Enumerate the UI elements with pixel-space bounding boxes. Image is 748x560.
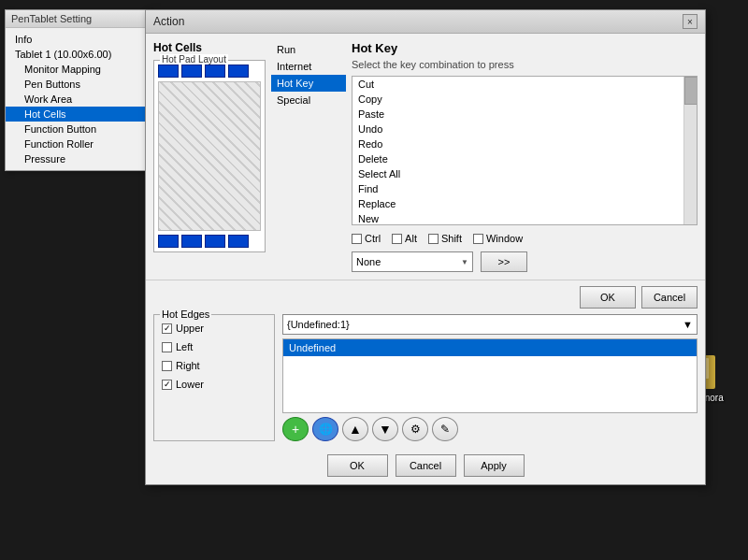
hot-cells-title: Hot Cells	[153, 41, 266, 54]
key-list-scrollbar[interactable]	[683, 77, 697, 224]
scrollbar-thumb	[684, 77, 698, 105]
nav-item-pressure[interactable]: Pressure	[6, 151, 149, 166]
dropdown-arrow-icon: ▼	[461, 258, 468, 266]
hotkey-panel: Hot Key Select the key combination to pr…	[352, 41, 698, 272]
modifier-window[interactable]: Window	[473, 233, 523, 244]
move-down-button[interactable]: ▼	[372, 417, 398, 441]
action-dialog: Action × Hot Cells Hot Pad Layout	[145, 9, 706, 485]
lower-checkbox[interactable]	[162, 380, 172, 390]
nav-item-pen-buttons[interactable]: Pen Buttons	[6, 77, 149, 92]
key-delete[interactable]: Delete	[352, 151, 683, 166]
action-type-hotkey[interactable]: Hot Key	[271, 75, 346, 92]
undefined-panel: {Undefined:1} ▼ Undefined + 🌐 ▲ ▼ ⚙ ✎	[282, 314, 698, 441]
ctrl-checkbox[interactable]	[352, 234, 362, 244]
edit-button[interactable]: ✎	[432, 417, 458, 441]
shift-checkbox[interactable]	[428, 234, 439, 244]
hot-cell-8[interactable]	[228, 235, 249, 248]
main-bottom-buttons: OK Cancel Apply	[146, 449, 705, 484]
action-type-special[interactable]: Special	[271, 92, 346, 108]
nav-item-work-area[interactable]: Work Area	[6, 92, 149, 107]
key-paste[interactable]: Paste	[352, 107, 683, 122]
add-button[interactable]: +	[282, 417, 309, 441]
key-redo[interactable]: Redo	[352, 136, 683, 151]
window-checkbox[interactable]	[473, 234, 483, 244]
nav-item-monitor-mapping[interactable]: Monitor Mapping	[6, 62, 149, 77]
key-new[interactable]: New	[352, 211, 683, 225]
shift-label: Shift	[441, 233, 462, 244]
key-list-container[interactable]: Cut Copy Paste Undo Redo Delete Select A…	[352, 76, 698, 225]
pentablet-title: PenTablet Setting	[11, 13, 92, 24]
undefined-list-item-0[interactable]: Undefined	[283, 339, 697, 356]
left-label: Left	[176, 341, 193, 352]
hotkey-title: Hot Key	[352, 41, 698, 55]
hot-pad-legend: Hot Pad Layout	[160, 54, 228, 65]
dropdown-value: None	[356, 256, 381, 267]
hot-edges-panel: Hot Edges Upper Left Right Lower	[153, 314, 275, 441]
pentablet-titlebar: PenTablet Setting	[6, 10, 149, 28]
nav-item-info[interactable]: Info	[6, 32, 149, 47]
dialog-buttons: OK Cancel	[146, 280, 705, 314]
key-select-all[interactable]: Select All	[352, 166, 683, 181]
key-copy[interactable]: Copy	[352, 92, 683, 107]
action-type-run[interactable]: Run	[271, 41, 346, 58]
key-find[interactable]: Find	[352, 181, 683, 196]
nav-item-function-button[interactable]: Function Button	[6, 122, 149, 136]
hot-cell-4[interactable]	[228, 65, 249, 78]
nav-item-tablet[interactable]: Tablet 1 (10.00x6.00)	[6, 47, 149, 62]
modifier-shift[interactable]: Shift	[428, 233, 462, 244]
edge-left[interactable]: Left	[162, 337, 266, 356]
action-dialog-title: Action	[153, 15, 184, 28]
nav-item-hot-cells[interactable]: Hot Cells	[6, 107, 149, 122]
action-type-internet[interactable]: Internet	[271, 58, 346, 75]
edge-lower[interactable]: Lower	[162, 375, 266, 394]
ctrl-label: Ctrl	[365, 233, 381, 244]
hot-cell-2[interactable]	[181, 65, 202, 78]
modifier-ctrl[interactable]: Ctrl	[352, 233, 381, 244]
action-type-panel: Run Internet Hot Key Special	[271, 41, 346, 272]
hotkey-subtitle: Select the key combination to press	[352, 59, 698, 70]
web-button[interactable]: 🌐	[312, 417, 338, 441]
hot-edges-legend: Hot Edges	[160, 309, 211, 320]
alt-label: Alt	[405, 233, 417, 244]
hot-pad-top-row	[158, 65, 261, 78]
dropdown-row: None ▼ >>	[352, 251, 698, 272]
main-ok-button[interactable]: OK	[327, 454, 388, 477]
main-cancel-button[interactable]: Cancel	[396, 454, 456, 477]
upper-checkbox[interactable]	[162, 323, 172, 334]
alt-checkbox[interactable]	[392, 234, 402, 244]
edge-upper[interactable]: Upper	[162, 319, 266, 337]
hot-cell-6[interactable]	[181, 235, 202, 248]
left-checkbox[interactable]	[162, 342, 172, 352]
main-apply-button[interactable]: Apply	[464, 454, 525, 477]
move-up-button[interactable]: ▲	[342, 417, 368, 441]
upper-label: Upper	[176, 323, 204, 334]
hot-cell-5[interactable]	[158, 235, 179, 248]
undefined-list[interactable]: Undefined	[282, 338, 698, 413]
modifier-row: Ctrl Alt Shift Window	[352, 233, 698, 244]
undefined-dropdown[interactable]: {Undefined:1} ▼	[282, 314, 698, 335]
key-cut[interactable]: Cut	[352, 77, 683, 92]
close-button[interactable]: ×	[683, 14, 698, 29]
key-replace[interactable]: Replace	[352, 196, 683, 211]
edge-right[interactable]: Right	[162, 356, 266, 375]
action-dialog-body: Hot Cells Hot Pad Layout	[146, 34, 705, 280]
key-undo[interactable]: Undo	[352, 122, 683, 136]
hot-pad-area	[158, 81, 261, 231]
double-arrow-button[interactable]: >>	[481, 251, 527, 272]
undefined-dropdown-arrow-icon: ▼	[683, 319, 693, 330]
nav-item-function-roller[interactable]: Function Roller	[6, 136, 149, 151]
hot-cell-7[interactable]	[205, 235, 225, 248]
dialog-cancel-button[interactable]: Cancel	[641, 286, 698, 309]
settings-button[interactable]: ⚙	[402, 417, 428, 441]
undefined-toolbar: + 🌐 ▲ ▼ ⚙ ✎	[282, 417, 698, 441]
hot-pad-group: Hot Pad Layout	[153, 60, 266, 252]
right-checkbox[interactable]	[162, 361, 172, 371]
pentablet-window: PenTablet Setting Info Tablet 1 (10.00x6…	[5, 9, 150, 171]
action-dialog-titlebar: Action ×	[146, 10, 705, 34]
none-dropdown[interactable]: None ▼	[352, 251, 473, 272]
hot-cell-1[interactable]	[158, 65, 179, 78]
hot-cell-3[interactable]	[205, 65, 225, 78]
modifier-alt[interactable]: Alt	[392, 233, 417, 244]
bottom-section: Hot Edges Upper Left Right Lower {Undefi…	[146, 314, 705, 449]
dialog-ok-button[interactable]: OK	[580, 286, 636, 309]
